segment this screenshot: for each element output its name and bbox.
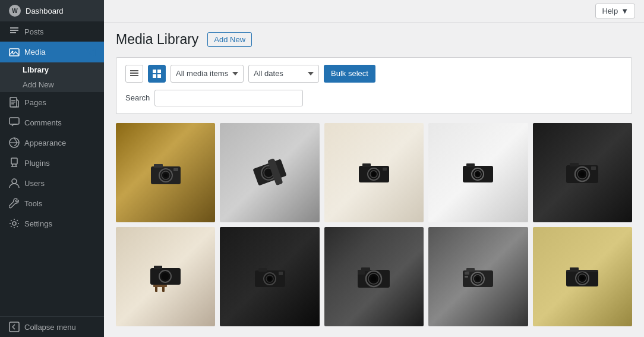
- tools-icon: [9, 198, 20, 209]
- svg-rect-2: [10, 32, 16, 33]
- users-icon: [9, 178, 20, 188]
- svg-rect-18: [153, 70, 156, 73]
- media-label: Media: [24, 48, 45, 56]
- settings-icon: [9, 218, 20, 229]
- media-item[interactable]: [116, 227, 215, 326]
- help-label: Help: [602, 7, 618, 15]
- pages-icon: [9, 97, 20, 108]
- dashboard-item[interactable]: W Dashboard: [0, 0, 104, 21]
- media-arrow-icon: ◀: [88, 46, 95, 58]
- search-input[interactable]: [154, 90, 303, 106]
- media-thumbnail: [428, 123, 528, 222]
- posts-icon: [9, 26, 20, 37]
- sidebar: W Dashboard Posts Media ◀ Library Add Ne…: [0, 0, 104, 337]
- list-view-button[interactable]: [125, 65, 143, 83]
- sidebar-item-media[interactable]: Media ◀: [0, 42, 104, 62]
- svg-rect-19: [157, 70, 161, 73]
- search-row: Search: [125, 90, 623, 106]
- svg-rect-7: [11, 102, 15, 103]
- media-type-filter[interactable]: All media items Images Audio Video: [171, 65, 244, 83]
- media-thumbnail: [116, 123, 215, 222]
- media-thumbnail: [324, 227, 424, 326]
- svg-point-47: [580, 172, 585, 177]
- svg-point-13: [12, 222, 16, 225]
- svg-rect-80: [566, 270, 598, 272]
- svg-rect-69: [466, 268, 475, 272]
- sidebar-item-posts[interactable]: Posts: [0, 21, 104, 42]
- sidebar-item-comments[interactable]: Comments: [0, 112, 104, 133]
- collapse-menu-item[interactable]: Collapse menu: [0, 316, 104, 337]
- page-header: Media Library Add New: [116, 32, 632, 48]
- svg-point-12: [12, 179, 17, 184]
- svg-rect-57: [258, 268, 267, 272]
- sidebar-item-appearance[interactable]: Appearance: [0, 133, 104, 153]
- media-item[interactable]: [428, 227, 528, 326]
- media-thumbnail: [220, 227, 319, 326]
- media-thumbnail: [428, 227, 528, 326]
- media-thumbnail: [116, 227, 215, 326]
- grid-view-button[interactable]: [148, 65, 166, 83]
- svg-rect-14: [10, 322, 19, 332]
- bulk-select-button[interactable]: Bulk select: [324, 65, 375, 83]
- toolbar-top: All media items Images Audio Video All d…: [125, 65, 623, 83]
- sidebar-item-tools[interactable]: Tools: [0, 193, 104, 213]
- svg-point-52: [162, 273, 169, 280]
- sidebar-item-users[interactable]: Users: [0, 173, 104, 193]
- svg-rect-11: [11, 158, 17, 164]
- svg-rect-73: [465, 272, 469, 275]
- media-item[interactable]: [220, 227, 319, 326]
- add-new-button[interactable]: Add New: [207, 32, 252, 47]
- svg-rect-17: [130, 75, 138, 76]
- topbar: Help ▼: [104, 0, 644, 23]
- svg-point-72: [476, 277, 479, 281]
- sidebar-item-pages[interactable]: Pages: [0, 92, 104, 112]
- media-submenu: Library Add New: [0, 62, 104, 92]
- media-item[interactable]: [533, 123, 632, 222]
- sidebar-item-plugins[interactable]: Plugins: [0, 153, 104, 173]
- svg-rect-6: [11, 100, 15, 101]
- media-item[interactable]: [324, 227, 424, 326]
- svg-point-66: [371, 276, 376, 281]
- svg-rect-33: [362, 163, 371, 167]
- wp-logo-icon: W: [9, 5, 21, 17]
- search-label: Search: [125, 93, 150, 102]
- media-thumbnail: [533, 123, 632, 222]
- sidebar-subitem-add-new[interactable]: Add New: [0, 77, 104, 92]
- plugins-icon: [9, 158, 20, 168]
- media-thumbnail: [324, 123, 424, 222]
- media-thumbnail: [220, 123, 319, 222]
- svg-rect-61: [279, 272, 283, 275]
- svg-rect-39: [466, 163, 475, 167]
- svg-rect-50: [154, 266, 162, 269]
- help-dropdown-icon: ▼: [621, 7, 629, 15]
- svg-rect-74: [465, 276, 468, 278]
- media-item[interactable]: [116, 123, 215, 222]
- svg-point-79: [580, 276, 584, 280]
- sidebar-subitem-library[interactable]: Library: [0, 62, 104, 77]
- settings-label: Settings: [24, 219, 52, 228]
- sidebar-item-settings[interactable]: Settings: [0, 213, 104, 234]
- media-icon: [9, 47, 20, 58]
- media-item[interactable]: [220, 123, 319, 222]
- appearance-label: Appearance: [24, 138, 66, 147]
- svg-rect-23: [154, 164, 163, 168]
- svg-rect-48: [591, 166, 596, 170]
- date-filter[interactable]: All dates January 2024 February 2024: [248, 65, 319, 83]
- svg-rect-9: [10, 118, 19, 124]
- media-item[interactable]: [533, 227, 632, 326]
- svg-rect-1: [10, 30, 18, 31]
- svg-rect-8: [11, 103, 14, 105]
- tools-label: Tools: [24, 199, 42, 208]
- comments-label: Comments: [24, 118, 62, 127]
- help-button[interactable]: Help ▼: [595, 4, 635, 18]
- pages-label: Pages: [24, 98, 46, 107]
- media-item[interactable]: [428, 123, 528, 222]
- svg-rect-0: [10, 27, 18, 29]
- svg-point-36: [372, 172, 375, 176]
- svg-rect-3: [10, 49, 19, 56]
- svg-point-60: [268, 277, 272, 281]
- collapse-label: Collapse menu: [24, 323, 76, 332]
- media-item[interactable]: [324, 123, 424, 222]
- page-title: Media Library: [116, 32, 198, 48]
- toolbar: All media items Images Audio Video All d…: [116, 57, 632, 114]
